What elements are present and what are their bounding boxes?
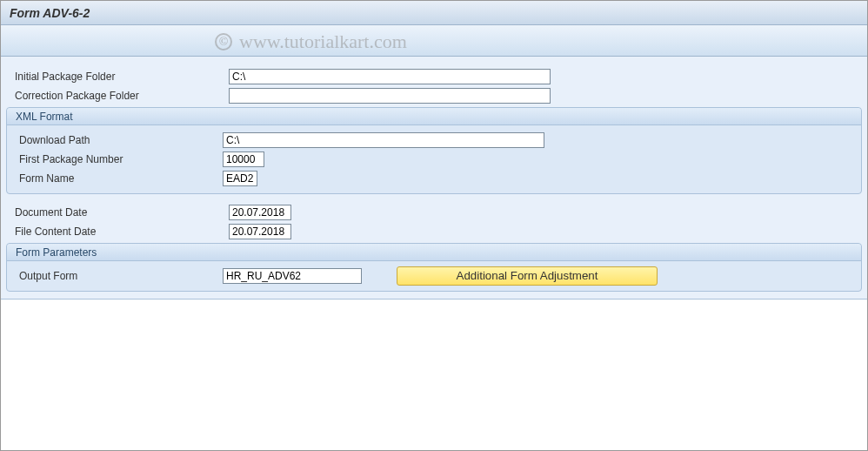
- title-bar: Form ADV-6-2: [1, 1, 867, 25]
- row-document-date: Document Date: [10, 203, 858, 222]
- initial-package-folder-label: Initial Package Folder: [10, 71, 229, 83]
- form-name-input[interactable]: [223, 171, 257, 186]
- group-form-parameters-header: Form Parameters: [7, 244, 861, 261]
- correction-package-folder-input[interactable]: [229, 88, 551, 104]
- group-xml-format: XML Format Download Path First Package N…: [6, 107, 862, 194]
- correction-package-folder-label: Correction Package Folder: [10, 90, 229, 102]
- form-name-label: Form Name: [10, 172, 223, 185]
- page-title: Form ADV-6-2: [10, 6, 90, 20]
- row-initial-package-folder: Initial Package Folder: [10, 67, 858, 86]
- first-package-number-label: First Package Number: [10, 153, 223, 165]
- group-form-parameters: Form Parameters Output Form Additional F…: [6, 243, 862, 292]
- toolbar: [1, 25, 867, 57]
- group-xml-format-header: XML Format: [7, 108, 861, 125]
- additional-form-adjustment-button[interactable]: Additional Form Adjustment: [397, 266, 658, 286]
- row-file-content-date: File Content Date: [10, 222, 858, 241]
- download-path-label: Download Path: [10, 134, 223, 146]
- file-content-date-input[interactable]: [229, 224, 291, 239]
- first-package-number-input[interactable]: [223, 151, 264, 167]
- document-date-input[interactable]: [229, 205, 291, 220]
- initial-package-folder-input[interactable]: [229, 69, 551, 84]
- output-form-label: Output Form: [10, 270, 223, 282]
- file-content-date-label: File Content Date: [10, 226, 229, 238]
- download-path-input[interactable]: [223, 132, 544, 148]
- output-form-input[interactable]: [223, 268, 362, 284]
- document-date-label: Document Date: [10, 206, 229, 219]
- row-correction-package-folder: Correction Package Folder: [10, 86, 858, 105]
